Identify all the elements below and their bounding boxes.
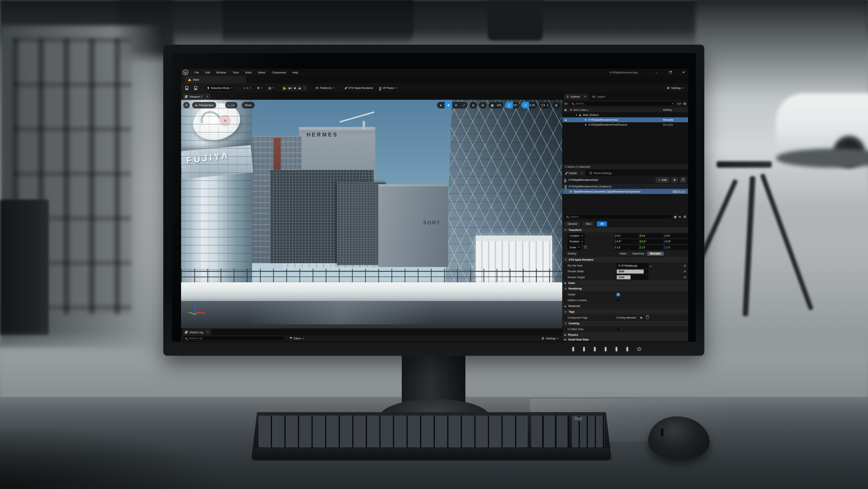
rotation-y-field[interactable]: 0.0° <box>640 239 663 243</box>
tab-outliner[interactable]: ☰ Outliner ✕ <box>564 93 589 100</box>
log-search-box[interactable] <box>183 336 284 341</box>
tab-main-level[interactable]: Main <box>185 76 246 83</box>
ply-file-path-input[interactable] <box>617 263 648 268</box>
scale-snap-icon[interactable]: ⇗ <box>521 102 529 109</box>
scale-snap-value[interactable]: 0.25 <box>529 104 537 107</box>
browse-content-button[interactable] <box>192 85 199 91</box>
filter-tab-all[interactable]: All <box>597 221 607 227</box>
location-y-field[interactable]: 0.0 <box>640 234 663 238</box>
tree-row-splat-renderer-postprocess[interactable]: ⏺︎ XYNSplatRendererPostProcess Movable <box>562 122 688 127</box>
expand-arrow-icon[interactable]: ▾ <box>562 113 577 117</box>
section-physics[interactable]: ▶ Physics <box>562 332 688 338</box>
eject-button[interactable]: ⏏ <box>298 86 301 90</box>
tree-row-splat-renderer-actor[interactable]: ◉ ⏺︎ XYNSplatRendererActor Movable <box>562 117 688 122</box>
skip-button[interactable]: ▶| <box>288 86 292 90</box>
camera-icon[interactable] <box>539 102 547 109</box>
perspective-dropdown[interactable]: ◈ Perspective <box>192 102 216 109</box>
reset-to-default-icon[interactable]: ↺ <box>683 276 686 279</box>
location-dropdown[interactable]: Location▾ <box>567 233 585 238</box>
details-search-input[interactable] <box>570 215 670 218</box>
tab-details[interactable]: Details ✕ <box>564 170 586 176</box>
render-width-field[interactable]: 3840 <box>617 269 648 274</box>
scale-z-field[interactable]: 1.0 <box>664 246 688 250</box>
menu-select[interactable]: Select <box>255 69 269 76</box>
log-settings-dropdown[interactable]: ⚙ Settings ▾ <box>539 336 561 341</box>
restore-button[interactable] <box>667 71 673 74</box>
tree-row-main-editor[interactable]: ▾ ⛰︎ Main (Editor) <box>562 113 688 117</box>
blueprints-dropdown[interactable]: ❖▾ <box>255 85 265 91</box>
select-tool-button[interactable]: ➤ <box>437 102 444 109</box>
tab-layers[interactable]: Layers <box>590 93 608 100</box>
play-button[interactable]: ▶ <box>283 86 286 91</box>
visibility-column-icon[interactable]: ◉ <box>562 109 568 111</box>
stop-button[interactable]: ■ <box>294 86 296 90</box>
outliner-empty-space[interactable] <box>562 127 688 164</box>
viewport-3d-scene[interactable]: HERMES SONY <box>181 100 562 328</box>
item-label-column[interactable]: Item Label ▴ <box>574 108 588 111</box>
location-z-field[interactable]: 0.0 <box>664 234 688 238</box>
close-icon[interactable]: ✕ <box>206 95 208 98</box>
section-cooking[interactable]: ▼ Cooking <box>562 320 688 326</box>
new-folder-button[interactable]: 🗀︎+ <box>677 102 682 105</box>
mobility-movable-option[interactable]: Movable <box>647 252 664 256</box>
lock-button[interactable] <box>680 177 686 183</box>
component-row-splat-renderer[interactable]: ⛁︎ SplatRendererComponent (SplatRenderer… <box>562 189 688 194</box>
angle-snap-value[interactable]: 10° <box>513 104 520 107</box>
surface-snap-button[interactable]: ⁂ <box>479 102 487 109</box>
section-advanced[interactable]: ▶ Advanced <box>562 303 688 309</box>
menu-edit[interactable]: Edit <box>202 69 213 76</box>
grid-snap-icon[interactable]: ▦ <box>489 102 496 109</box>
trash-icon[interactable] <box>646 316 649 319</box>
section-color[interactable]: ▶ Color <box>562 280 688 286</box>
menu-build[interactable]: Build <box>242 69 255 76</box>
reset-to-default-icon[interactable]: ↺ <box>683 270 686 273</box>
render-height-field[interactable]: 2160 <box>617 275 648 280</box>
component-row-instance[interactable]: XYNSplatRendererActor (Instance) <box>562 184 688 189</box>
play-options-button[interactable]: ⋮ <box>303 86 306 90</box>
scale-x-field[interactable]: 1.0 <box>615 246 639 250</box>
platforms-dropdown[interactable]: 🎮︎Platforms▾ <box>313 85 337 91</box>
rotation-dropdown[interactable]: Rotation▾ <box>567 239 585 244</box>
mobility-stationary-option[interactable]: Stationary <box>629 252 647 256</box>
eye-icon[interactable]: ◉ <box>562 118 569 121</box>
log-search-input[interactable] <box>189 337 282 340</box>
add-actor-dropdown[interactable]: ◑+▾ <box>241 85 253 91</box>
outliner-search-box[interactable]: ▾ <box>569 101 676 106</box>
menu-file[interactable]: File <box>191 69 202 76</box>
vp-roles-dropdown[interactable]: VP Roles▾ <box>377 85 399 91</box>
close-icon[interactable]: ✕ <box>584 95 586 98</box>
section-asset-user-data[interactable]: ▶ Asset User Data <box>562 338 688 341</box>
visible-checkbox[interactable]: ✓ <box>617 293 620 296</box>
tab-viewport-1[interactable]: Viewport 1 ✕ <box>182 93 211 100</box>
move-tool-button[interactable]: ✥ <box>444 102 452 109</box>
filter-tab-misc[interactable]: Misc <box>582 221 595 227</box>
grid-snap-value[interactable]: 100 <box>496 104 503 107</box>
cinematics-dropdown[interactable]: ▤▾ <box>266 85 276 91</box>
menu-tools[interactable]: Tools <box>229 69 242 76</box>
tab-world-settings[interactable]: World Settings <box>587 170 614 176</box>
close-icon[interactable]: ✕ <box>581 172 583 174</box>
section-transform[interactable]: ▼ Transform <box>562 227 688 233</box>
rotation-x-field[interactable]: 0.0° <box>615 239 639 243</box>
maximize-viewport-button[interactable]: ⊞ <box>553 102 560 109</box>
filter-tab-general[interactable]: General <box>564 221 580 227</box>
angle-snap-icon[interactable]: ∠ <box>505 102 513 109</box>
favorites-button[interactable]: ★ <box>679 215 681 219</box>
show-dropdown[interactable]: Show <box>242 102 255 109</box>
display-options-button[interactable]: ▦ <box>674 215 677 219</box>
selection-mode-dropdown[interactable]: Selection Mode ▾ <box>206 85 235 91</box>
save-button[interactable] <box>183 85 190 91</box>
unreal-logo-icon[interactable]: U <box>183 69 188 75</box>
rotate-tool-button[interactable]: ⟳ <box>452 102 460 109</box>
section-xyn-splat-renderer[interactable]: ▼ XYN Splat Renderer <box>562 257 688 262</box>
splat-renderer-button[interactable]: ///XYN Splat Renderer <box>343 85 375 91</box>
browse-file-button[interactable]: ... <box>649 264 652 267</box>
log-filters-dropdown[interactable]: Filters ▾ <box>287 336 306 341</box>
viewport-options-menu[interactable]: ☰ <box>183 102 190 109</box>
add-component-button[interactable]: + Add <box>656 177 669 183</box>
close-button[interactable]: ✕ <box>680 70 687 74</box>
outliner-filter-button[interactable]: ☰▾ <box>564 102 568 105</box>
reset-to-default-icon[interactable]: ↺ <box>683 264 686 267</box>
section-tags[interactable]: ▼ Tags <box>562 309 688 315</box>
world-space-button[interactable]: ⊕ <box>469 102 477 109</box>
